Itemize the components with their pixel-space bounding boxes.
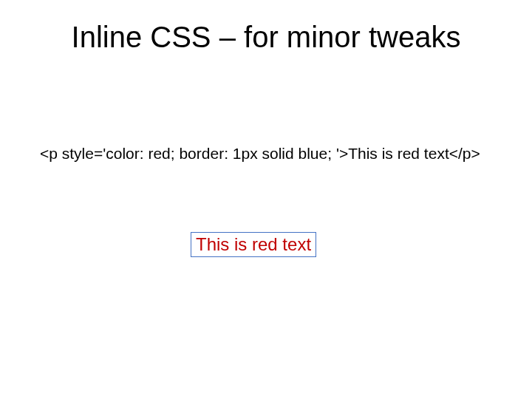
rendered-output: This is red text [191, 232, 316, 257]
slide-title: Inline CSS – for minor tweaks [0, 21, 532, 54]
code-example-text: <p style='color: red; border: 1px solid … [40, 145, 480, 163]
